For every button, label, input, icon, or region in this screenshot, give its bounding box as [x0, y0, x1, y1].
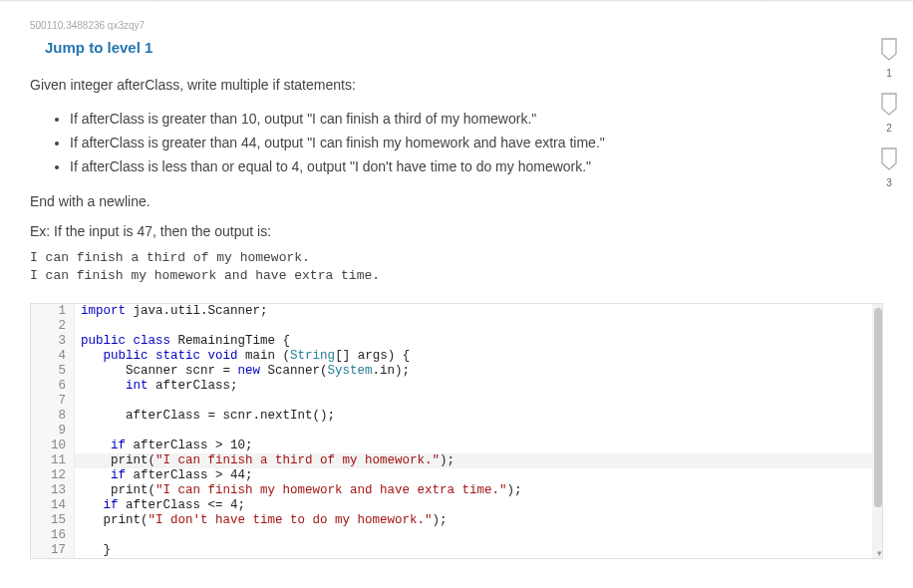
flag-icon — [880, 38, 898, 62]
flag-number: 2 — [886, 123, 892, 134]
line-number: 10 — [31, 439, 75, 453]
code-line[interactable]: 4 public static void main (String[] args… — [31, 349, 882, 364]
code-text[interactable]: if afterClass > 10; — [75, 439, 882, 453]
code-text[interactable]: print("I can finish a third of my homewo… — [75, 453, 882, 468]
code-line[interactable]: 1import java.util.Scanner; — [31, 304, 882, 319]
code-text[interactable] — [75, 394, 882, 409]
code-text[interactable]: if afterClass > 44; — [75, 468, 882, 483]
line-number: 3 — [31, 334, 75, 349]
line-number: 6 — [31, 379, 75, 394]
code-text[interactable]: public class RemainingTime { — [75, 334, 882, 349]
list-item: If afterClass is less than or equal to 4… — [70, 155, 883, 179]
code-line[interactable]: 7 — [31, 394, 882, 409]
line-number: 1 — [31, 304, 75, 319]
line-number: 16 — [31, 528, 75, 543]
hash-id: 500110.3488236 qx3zqy7 — [30, 20, 883, 31]
list-item: If afterClass is greater than 10, output… — [70, 108, 883, 132]
code-text[interactable]: print("I can finish my homework and have… — [75, 483, 882, 498]
flag-number: 1 — [886, 68, 892, 79]
line-number: 14 — [31, 498, 75, 513]
code-text[interactable]: Scanner scnr = new Scanner(System.in); — [75, 364, 882, 379]
code-line[interactable]: 9 — [31, 424, 882, 439]
level-flags-sidebar: 1 2 3 — [880, 38, 898, 188]
code-text[interactable]: print("I don't have time to do my homewo… — [75, 513, 882, 528]
code-text[interactable]: if afterClass <= 4; — [75, 498, 882, 513]
code-line[interactable]: 13 print("I can finish my homework and h… — [31, 483, 882, 498]
scrollbar-vertical[interactable]: ▴ ▾ — [872, 304, 882, 558]
code-line[interactable]: 11 print("I can finish a third of my hom… — [31, 453, 882, 468]
example-label: Ex: If the input is 47, then the output … — [30, 223, 883, 239]
line-number: 17 — [31, 543, 75, 558]
scrollbar-thumb[interactable] — [874, 308, 882, 507]
code-line[interactable]: 14 if afterClass <= 4; — [31, 498, 882, 513]
line-number: 11 — [31, 453, 75, 468]
code-text[interactable]: } — [75, 543, 882, 558]
code-line[interactable]: 8 afterClass = scnr.nextInt(); — [31, 409, 882, 424]
flag-icon — [880, 93, 898, 117]
code-editor[interactable]: 1import java.util.Scanner;2 3public clas… — [30, 303, 883, 559]
end-instruction: End with a newline. — [30, 193, 883, 209]
line-number: 5 — [31, 364, 75, 379]
code-line[interactable]: 10 if afterClass > 10; — [31, 439, 882, 453]
flag-number: 3 — [886, 177, 892, 188]
code-line[interactable]: 2 — [31, 319, 882, 334]
line-number: 2 — [31, 319, 75, 334]
level-flag-2[interactable]: 2 — [880, 93, 898, 134]
level-flag-1[interactable]: 1 — [880, 38, 898, 79]
code-line[interactable]: 16 — [31, 528, 882, 543]
scroll-down-icon[interactable]: ▾ — [877, 548, 882, 558]
code-text[interactable] — [75, 319, 882, 334]
code-line[interactable]: 12 if afterClass > 44; — [31, 468, 882, 483]
line-number: 13 — [31, 483, 75, 498]
line-number: 4 — [31, 349, 75, 364]
code-text[interactable]: public static void main (String[] args) … — [75, 349, 882, 364]
line-number: 7 — [31, 394, 75, 409]
line-number: 15 — [31, 513, 75, 528]
list-item: If afterClass is greater than 44, output… — [70, 132, 883, 155]
code-text[interactable] — [75, 424, 882, 439]
example-output: I can finish a third of my homework. I c… — [30, 249, 883, 285]
code-line[interactable]: 6 int afterClass; — [31, 379, 882, 394]
code-line[interactable]: 17 } — [31, 543, 882, 558]
line-number: 8 — [31, 409, 75, 424]
code-text[interactable]: int afterClass; — [75, 379, 882, 394]
code-line[interactable]: 3public class RemainingTime { — [31, 334, 882, 349]
code-text[interactable]: afterClass = scnr.nextInt(); — [75, 409, 882, 424]
code-text[interactable]: import java.util.Scanner; — [75, 304, 882, 319]
prompt-intro: Given integer afterClass, write multiple… — [30, 74, 883, 96]
flag-icon — [880, 147, 898, 171]
level-flag-3[interactable]: 3 — [880, 147, 898, 188]
jump-to-level-link[interactable]: Jump to level 1 — [45, 39, 152, 56]
code-line[interactable]: 15 print("I don't have time to do my hom… — [31, 513, 882, 528]
main-container: 500110.3488236 qx3zqy7 Jump to level 1 1… — [0, 0, 913, 569]
code-text[interactable] — [75, 528, 882, 543]
line-number: 12 — [31, 468, 75, 483]
requirements-list: If afterClass is greater than 10, output… — [70, 108, 883, 178]
line-number: 9 — [31, 424, 75, 439]
code-line[interactable]: 5 Scanner scnr = new Scanner(System.in); — [31, 364, 882, 379]
